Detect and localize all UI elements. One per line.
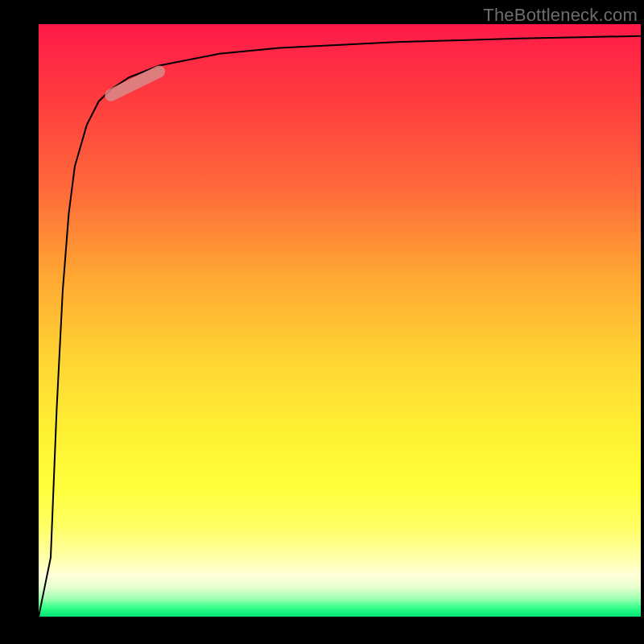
chart-frame: TheBottleneck.com [0,0,644,644]
watermark-text: TheBottleneck.com [483,5,638,26]
plot-area [39,24,641,617]
curve-marker [111,72,159,95]
bottleneck-curve [39,36,641,617]
chart-svg [39,24,641,617]
